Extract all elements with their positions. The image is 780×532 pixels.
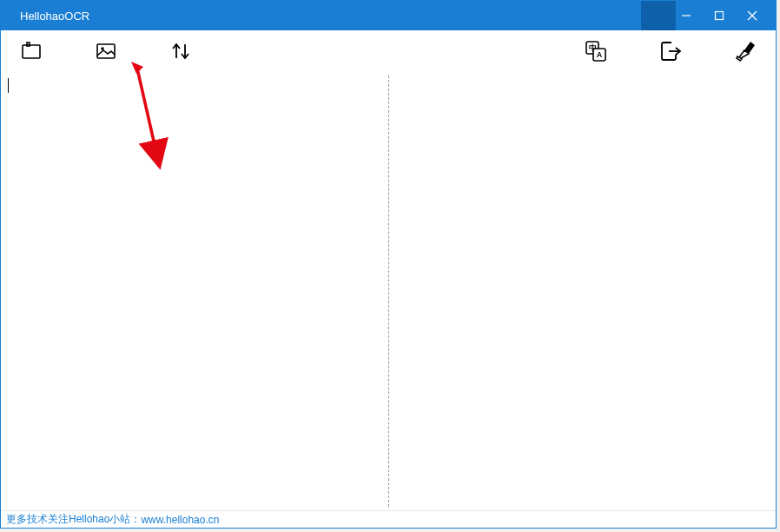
statusbar-text: 更多技术关注Hellohao小站：	[6, 512, 141, 527]
svg-text:A: A	[597, 50, 603, 59]
svg-rect-3	[716, 12, 724, 20]
maximize-button[interactable]	[703, 1, 736, 30]
toolbar: 中 A	[1, 30, 776, 72]
app-window: HellohaoOCR	[0, 0, 777, 529]
close-button[interactable]	[736, 1, 769, 30]
app-title: HellohaoOCR	[20, 10, 89, 23]
window-controls	[670, 1, 769, 30]
svg-rect-6	[23, 45, 40, 58]
minimize-button[interactable]	[670, 1, 703, 30]
content-area	[1, 72, 776, 510]
open-image-button[interactable]	[93, 38, 119, 64]
titlebar: HellohaoOCR	[1, 1, 776, 30]
sort-button[interactable]	[168, 38, 194, 64]
statusbar: 更多技术关注Hellohao小站： www.hellohao.cn	[1, 510, 776, 528]
text-cursor-icon	[8, 78, 9, 93]
export-button[interactable]	[658, 38, 684, 64]
screenshot-capture-button[interactable]	[18, 38, 44, 64]
left-text-pane[interactable]	[1, 72, 388, 510]
translate-button[interactable]: 中 A	[583, 38, 609, 64]
statusbar-link[interactable]: www.hellohao.cn	[141, 514, 219, 526]
right-text-pane[interactable]	[389, 72, 777, 510]
clear-button[interactable]	[732, 38, 758, 64]
svg-rect-7	[27, 43, 30, 46]
